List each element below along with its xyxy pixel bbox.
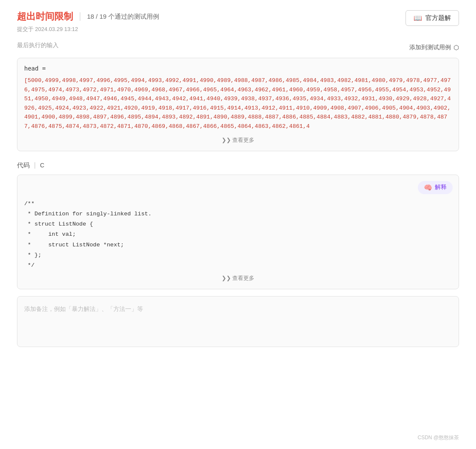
last-input-header: 最后执行的输入 添加到测试用例 ⬡ bbox=[17, 42, 459, 54]
header-section: 超出时间限制 18 / 19 个通过的测试用例 提交于 2024.03.29 1… bbox=[17, 10, 459, 33]
footer-watermark: CSDN @憨憨抹茶 bbox=[417, 434, 459, 441]
code-view-more[interactable]: ❯❯ 查看更多 bbox=[24, 274, 452, 282]
code-content: /** * Definition for singly-linked list.… bbox=[24, 182, 452, 271]
input-view-more-text: ❯❯ 查看更多 bbox=[222, 137, 255, 143]
last-input-label: 最后执行的输入 bbox=[17, 42, 59, 49]
code-divider: | bbox=[34, 161, 36, 169]
official-solution-button[interactable]: 📖 官方题解 bbox=[406, 10, 459, 26]
code-box: 🧠 解释 /** * Definition for singly-linked … bbox=[17, 175, 459, 289]
code-label: 代码 bbox=[17, 161, 30, 169]
add-test-icon: ⬡ bbox=[453, 44, 459, 51]
header-left: 超出时间限制 18 / 19 个通过的测试用例 提交于 2024.03.29 1… bbox=[17, 10, 159, 33]
notes-placeholder: 添加备注，例如「暴力解法」、「方法一」等 bbox=[24, 305, 143, 312]
input-variable-name: head = bbox=[24, 65, 452, 72]
official-solution-label: 官方题解 bbox=[425, 14, 451, 22]
title-row: 超出时间限制 18 / 19 个通过的测试用例 bbox=[17, 10, 159, 23]
add-test-label: 添加到测试用例 bbox=[409, 44, 451, 51]
input-view-more[interactable]: ❯❯ 查看更多 bbox=[24, 136, 452, 144]
page-title: 超出时间限制 bbox=[17, 10, 73, 23]
notes-box[interactable]: 添加备注，例如「暴力解法」、「方法一」等 bbox=[17, 296, 459, 347]
explain-button[interactable]: 🧠 解释 bbox=[418, 181, 453, 194]
input-values: [5000,4999,4998,4997,4996,4995,4994,4993… bbox=[24, 76, 452, 131]
input-box: head = [5000,4999,4998,4997,4996,4995,49… bbox=[17, 58, 459, 151]
test-case-info: 18 / 19 个通过的测试用例 bbox=[87, 13, 159, 21]
code-view-more-text: ❯❯ 查看更多 bbox=[222, 275, 255, 281]
add-test-button[interactable]: 添加到测试用例 ⬡ bbox=[409, 44, 459, 51]
code-section-header: 代码 | C bbox=[17, 161, 459, 169]
page-container: 超出时间限制 18 / 19 个通过的测试用例 提交于 2024.03.29 1… bbox=[0, 0, 476, 449]
code-lang: C bbox=[40, 162, 44, 169]
brain-icon: 🧠 bbox=[424, 184, 432, 192]
book-icon: 📖 bbox=[414, 14, 422, 22]
explain-label: 解释 bbox=[435, 184, 447, 191]
submit-time: 提交于 2024.03.29 13:12 bbox=[17, 25, 159, 33]
title-divider bbox=[80, 12, 80, 21]
